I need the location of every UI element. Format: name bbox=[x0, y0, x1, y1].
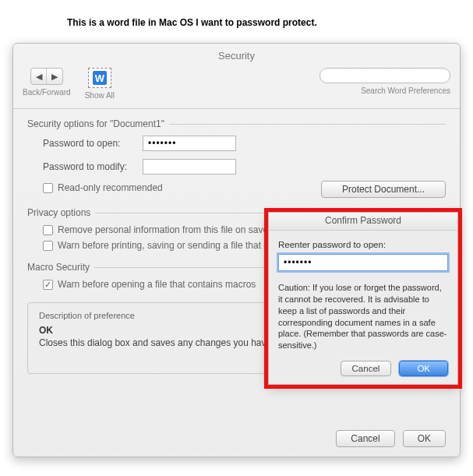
toolbar: ◀ ▶ Back/Forward W Show All 🔍 Search Wor… bbox=[13, 62, 460, 108]
protect-document-button[interactable]: Protect Document... bbox=[321, 181, 446, 198]
back-forward-buttons[interactable]: ◀ ▶ bbox=[30, 68, 63, 85]
password-open-field[interactable] bbox=[143, 136, 236, 151]
window-footer: Cancel OK bbox=[336, 430, 446, 447]
dialog-ok-button[interactable]: OK bbox=[399, 361, 448, 376]
privacy-options-label: Privacy options bbox=[27, 207, 90, 218]
warn-macros-checkbox[interactable] bbox=[43, 280, 53, 290]
dialog-caution-text: Caution: If you lose or forget the passw… bbox=[278, 282, 448, 351]
remove-personal-label: Remove personal information from this fi… bbox=[58, 224, 268, 235]
remove-personal-checkbox[interactable] bbox=[43, 225, 53, 235]
warn-macros-label: Warn before opening a file that contains… bbox=[58, 279, 256, 290]
show-all-group: W Show All bbox=[85, 68, 115, 100]
word-icon: W bbox=[93, 71, 107, 85]
confirm-password-dialog: Confirm Password Reenter password to ope… bbox=[268, 212, 458, 385]
show-all-button[interactable]: W bbox=[88, 68, 111, 88]
search-group: 🔍 Search Word Preferences bbox=[319, 68, 450, 95]
nav-group: ◀ ▶ Back/Forward bbox=[23, 68, 71, 97]
dialog-cancel-button[interactable]: Cancel bbox=[341, 361, 392, 376]
dialog-footer: Cancel OK bbox=[341, 361, 448, 376]
search-input[interactable] bbox=[319, 68, 450, 83]
back-forward-label: Back/Forward bbox=[23, 88, 71, 97]
password-modify-label: Password to modify: bbox=[43, 161, 143, 172]
dialog-password-field[interactable] bbox=[278, 254, 448, 271]
back-icon[interactable]: ◀ bbox=[31, 69, 48, 84]
dialog-reenter-label: Reenter password to open: bbox=[278, 240, 448, 249]
forward-icon[interactable]: ▶ bbox=[47, 69, 62, 84]
show-all-label: Show All bbox=[85, 91, 115, 100]
page-caption: This is a word file in Mac OS I want to … bbox=[67, 17, 317, 28]
password-modify-field[interactable] bbox=[143, 159, 236, 175]
window-cancel-button[interactable]: Cancel bbox=[336, 430, 394, 447]
readonly-label: Read-only recommended bbox=[58, 182, 163, 193]
search-sublabel: Search Word Preferences bbox=[319, 86, 450, 95]
security-options-head: Security options for "Document1" bbox=[27, 118, 446, 129]
readonly-checkbox[interactable] bbox=[43, 183, 53, 193]
window-title: Security bbox=[13, 44, 460, 62]
warn-print-checkbox[interactable] bbox=[43, 241, 53, 251]
password-open-label: Password to open: bbox=[43, 138, 143, 149]
dialog-title: Confirm Password bbox=[269, 213, 457, 231]
security-options-label: Security options for "Document1" bbox=[27, 118, 164, 129]
window-ok-button[interactable]: OK bbox=[403, 430, 446, 447]
macro-security-label: Macro Security bbox=[27, 262, 90, 273]
